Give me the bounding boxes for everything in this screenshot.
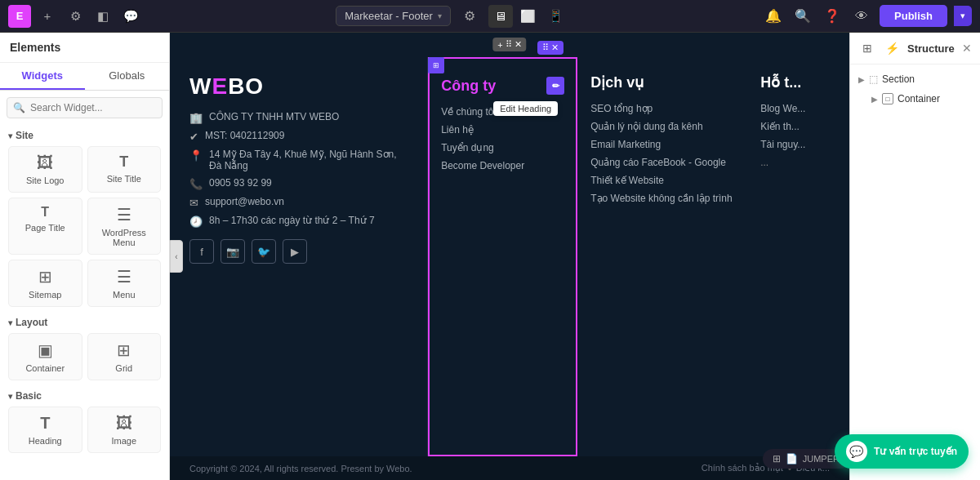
sidebar-search-area: 🔍 bbox=[0, 91, 169, 125]
link-lien-he[interactable]: Liên hệ bbox=[441, 124, 564, 136]
layers-button[interactable]: ◧ bbox=[91, 5, 114, 28]
publish-arrow-button[interactable]: ▾ bbox=[954, 6, 972, 26]
building-icon: 🏢 bbox=[189, 112, 203, 124]
chat-label: Tư vấn trực tuyến bbox=[874, 446, 957, 457]
widget-container-label: Container bbox=[25, 363, 65, 373]
widget-grid-label: Grid bbox=[115, 363, 132, 373]
link-seo[interactable]: SEO tổng hợp bbox=[590, 103, 734, 114]
widget-wordpress-menu[interactable]: ☰ WordPress Menu bbox=[87, 198, 162, 255]
ho-tro-heading: Hỗ t... bbox=[760, 73, 836, 91]
jumper-middle-button[interactable]: 📄 bbox=[786, 453, 798, 464]
widget-heading[interactable]: T Heading bbox=[8, 407, 82, 453]
widget-wordpress-menu-label: WordPress Menu bbox=[91, 228, 158, 247]
chat-bubble[interactable]: 💬 Tư vấn trực tuyến bbox=[835, 434, 969, 469]
top-bar-left: E + ⚙ ◧ 💬 bbox=[0, 5, 150, 28]
widget-site-title[interactable]: T Site Title bbox=[87, 146, 162, 193]
youtube-button[interactable]: ▶ bbox=[283, 239, 307, 264]
link-quan-ly-nd[interactable]: Quản lý nội dung đa kênh bbox=[590, 121, 734, 132]
footer-bottom-bar: Copyright © 2024, All rights reserved. P… bbox=[170, 456, 849, 480]
notifications-button[interactable]: 🔔 bbox=[762, 5, 785, 28]
link-quang-cao[interactable]: Quảng cáo FaceBook - Google bbox=[590, 157, 734, 168]
wordpress-menu-icon: ☰ bbox=[117, 205, 131, 224]
basic-arrow-icon: ▾ bbox=[8, 392, 12, 401]
section-delete-button[interactable]: ✕ bbox=[514, 39, 522, 50]
link-kien-thuc[interactable]: Kiến th... bbox=[760, 121, 836, 132]
section-move-button[interactable]: ⠿ bbox=[506, 39, 512, 50]
settings-panel-button[interactable]: ⚙ bbox=[64, 5, 87, 28]
link-tai-nguyen[interactable]: Tài nguy... bbox=[760, 139, 836, 150]
tablet-view-button[interactable]: ⬜ bbox=[516, 5, 541, 28]
widget-heading-label: Heading bbox=[29, 436, 62, 446]
instagram-button[interactable]: 📷 bbox=[220, 239, 245, 264]
layout-widgets-grid: ▣ Container ⊞ Grid bbox=[8, 333, 161, 380]
mobile-view-button[interactable]: 📱 bbox=[544, 5, 568, 28]
block-handle-left[interactable]: ⊞ bbox=[428, 57, 444, 73]
site-title-icon: T bbox=[119, 153, 128, 171]
add-element-button[interactable]: + bbox=[36, 5, 59, 28]
jumper-left-button[interactable]: ⊞ bbox=[773, 453, 781, 464]
link-email-marketing[interactable]: Email Marketing bbox=[590, 139, 734, 150]
widget-site-logo[interactable]: 🖼 Site Logo bbox=[8, 146, 82, 193]
main-layout: Elements Widgets Globals 🔍 ▾ Site 🖼 Site… bbox=[0, 33, 980, 480]
footer-tax-id: ✔ MST: 0402112909 bbox=[189, 130, 408, 143]
panel-header: ⊞ ⚡ Structure ✕ bbox=[850, 33, 980, 64]
layout-section-title[interactable]: ▾ Layout bbox=[8, 317, 161, 328]
widget-image-label: Image bbox=[111, 436, 136, 446]
column-controls: ⠿ ✕ bbox=[537, 41, 564, 55]
dich-vu-heading: Dịch vụ bbox=[590, 73, 734, 91]
search-button[interactable]: 🔍 bbox=[791, 5, 814, 28]
layout-section: ▾ Layout ▣ Container ⊞ Grid bbox=[0, 312, 169, 385]
widget-image[interactable]: 🖼 Image bbox=[87, 407, 162, 453]
tree-item-section[interactable]: ▶ ⬚ Section bbox=[850, 69, 980, 89]
link-tuyen-dung[interactable]: Tuyển dụng bbox=[441, 142, 564, 153]
location-icon: 📍 bbox=[189, 149, 203, 162]
top-bar-center: Markeetar - Footer ▾ ⚙ 🖥 ⬜ 📱 bbox=[150, 5, 754, 28]
widget-menu[interactable]: ☰ Menu bbox=[87, 260, 162, 307]
basic-section-title[interactable]: ▾ Basic bbox=[8, 390, 161, 402]
link-become-developer[interactable]: Become Developer bbox=[441, 160, 564, 171]
page-settings-icon[interactable]: ⚙ bbox=[464, 8, 475, 24]
panel-icon-btn-2[interactable]: ⚡ bbox=[883, 39, 901, 57]
publish-button[interactable]: Publish bbox=[880, 5, 947, 27]
col-delete-button[interactable]: ✕ bbox=[551, 42, 559, 53]
widget-page-title-label: Page Title bbox=[25, 223, 65, 233]
twitter-button[interactable]: 🐦 bbox=[252, 239, 276, 264]
tree-item-container[interactable]: ▶ □ Container bbox=[850, 89, 980, 109]
col-move-button[interactable]: ⠿ bbox=[542, 42, 549, 53]
cong-ty-links: Về chúng tôi Liên hệ Tuyển dụng Become D… bbox=[441, 106, 564, 171]
facebook-button[interactable]: f bbox=[189, 239, 214, 264]
widget-sitemap[interactable]: ⊞ Sitemap bbox=[8, 260, 82, 307]
search-wrapper: 🔍 bbox=[7, 97, 163, 118]
site-section-title[interactable]: ▾ Site bbox=[8, 130, 161, 141]
comments-button[interactable]: 💬 bbox=[119, 5, 142, 28]
section-add-button[interactable]: + bbox=[497, 40, 502, 50]
heading-icon: T bbox=[40, 414, 50, 433]
heading-edit-button[interactable]: ✏ bbox=[546, 77, 564, 95]
clock-icon: 🕗 bbox=[189, 216, 203, 228]
link-blog[interactable]: Blog We... bbox=[760, 103, 836, 114]
elementor-logo[interactable]: E bbox=[8, 5, 31, 28]
footer-address: 📍 14 Mỹ Đa Tây 4, Khuê Mỹ, Ngũ Hành Sơn,… bbox=[189, 149, 408, 171]
link-thiet-ke[interactable]: Thiết kế Website bbox=[590, 175, 734, 186]
preview-button[interactable]: 👁 bbox=[850, 5, 873, 28]
left-sidebar: Elements Widgets Globals 🔍 ▾ Site 🖼 Site… bbox=[0, 33, 170, 480]
edit-heading-tooltip: Edit Heading bbox=[493, 101, 558, 116]
page-selector[interactable]: Markeetar - Footer ▾ bbox=[336, 6, 451, 26]
panel-close-button[interactable]: ✕ bbox=[962, 42, 972, 55]
widget-grid[interactable]: ⊞ Grid bbox=[87, 333, 162, 380]
search-input[interactable] bbox=[7, 97, 163, 118]
link-tao-website[interactable]: Tạo Website không cần lập trình bbox=[590, 193, 734, 204]
widget-container[interactable]: ▣ Container bbox=[8, 333, 82, 380]
email-icon: ✉ bbox=[189, 197, 198, 209]
collapse-sidebar-button[interactable]: ‹ bbox=[170, 240, 183, 273]
help-button[interactable]: ❓ bbox=[821, 5, 844, 28]
tab-globals[interactable]: Globals bbox=[85, 63, 170, 90]
basic-widgets-grid: T Heading 🖼 Image bbox=[8, 407, 161, 453]
tab-widgets[interactable]: Widgets bbox=[0, 63, 85, 90]
widget-page-title[interactable]: T Page Title bbox=[8, 198, 82, 255]
section-outer-controls: + ⠿ ✕ bbox=[492, 38, 526, 51]
panel-icon-btn-1[interactable]: ⊞ bbox=[858, 39, 876, 57]
sitemap-icon: ⊞ bbox=[38, 267, 52, 287]
desktop-view-button[interactable]: 🖥 bbox=[488, 5, 513, 28]
search-icon: 🔍 bbox=[13, 102, 25, 113]
